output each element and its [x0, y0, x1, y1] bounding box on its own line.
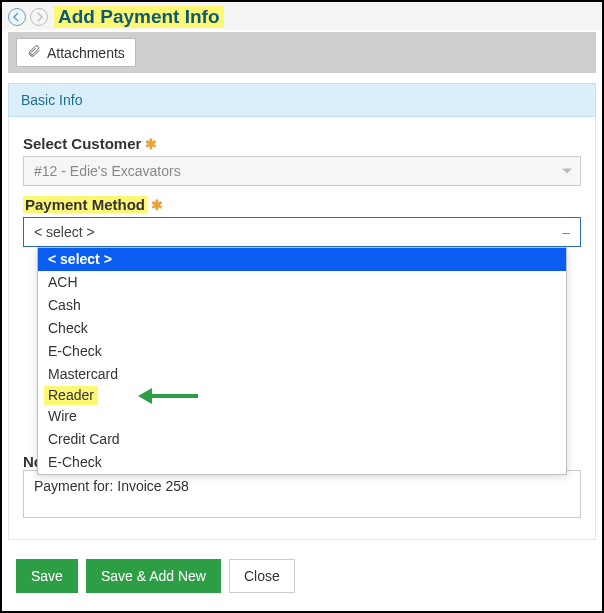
- required-icon: ✱: [151, 197, 163, 213]
- dropdown-option[interactable]: E-Check: [38, 451, 566, 474]
- arrow-annotation-icon: [138, 388, 198, 404]
- page-title: Add Payment Info: [54, 6, 224, 28]
- customer-select-value: #12 - Edie's Excavators: [34, 163, 181, 179]
- notes-input[interactable]: Payment for: Invoice 258: [23, 470, 581, 518]
- forward-icon: [30, 8, 48, 26]
- dropdown-option[interactable]: Reader: [38, 386, 566, 405]
- dropdown-option[interactable]: Check: [38, 317, 566, 340]
- required-icon: ✱: [145, 136, 157, 152]
- payment-method-select-value: < select >: [34, 224, 95, 240]
- toolbar: Attachments: [8, 32, 596, 73]
- header-bar: Add Payment Info: [2, 2, 602, 30]
- dropdown-option[interactable]: Credit Card: [38, 428, 566, 451]
- save-button[interactable]: Save: [16, 559, 78, 593]
- close-button[interactable]: Close: [229, 559, 295, 593]
- collapse-icon: –: [562, 224, 570, 240]
- attachments-button[interactable]: Attachments: [16, 38, 136, 67]
- section-basic-info: Basic Info: [8, 83, 596, 117]
- dropdown-option[interactable]: Cash: [38, 294, 566, 317]
- dropdown-option[interactable]: < select >: [38, 248, 566, 271]
- back-icon[interactable]: [8, 8, 26, 26]
- payment-method-select[interactable]: < select > –: [23, 217, 581, 247]
- payment-method-label: Payment Method ✱: [23, 196, 581, 213]
- footer-buttons: Save Save & Add New Close: [16, 559, 295, 593]
- payment-method-dropdown[interactable]: < select >ACHCashCheckE-CheckMastercardR…: [37, 247, 567, 475]
- customer-label: Select Customer ✱: [23, 135, 581, 152]
- paperclip-icon: [27, 44, 41, 61]
- form-body: Select Customer ✱ #12 - Edie's Excavator…: [8, 117, 596, 540]
- dropdown-option[interactable]: ACH: [38, 271, 566, 294]
- dropdown-option[interactable]: E-Check: [38, 340, 566, 363]
- save-add-new-button[interactable]: Save & Add New: [86, 559, 221, 593]
- chevron-down-icon: [562, 169, 572, 174]
- customer-select[interactable]: #12 - Edie's Excavators: [23, 156, 581, 186]
- dropdown-option[interactable]: Mastercard: [38, 363, 566, 386]
- attachments-label: Attachments: [47, 45, 125, 61]
- dropdown-option[interactable]: Wire: [38, 405, 566, 428]
